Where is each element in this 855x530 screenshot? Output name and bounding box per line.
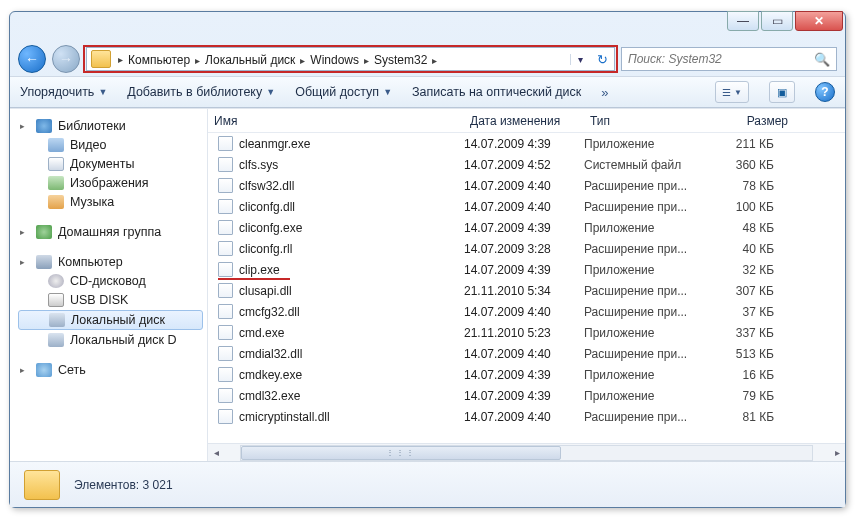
homegroup-node[interactable]: ▸Домашняя группа bbox=[18, 223, 203, 241]
breadcrumb-segment[interactable]: Локальный диск bbox=[203, 53, 297, 67]
horizontal-scrollbar[interactable]: ◂ ⋮⋮⋮ ▸ bbox=[208, 443, 845, 461]
drive-icon bbox=[48, 274, 64, 288]
col-type[interactable]: Тип bbox=[584, 114, 706, 128]
scroll-right-arrow[interactable]: ▸ bbox=[829, 447, 845, 458]
file-row[interactable]: clusapi.dll21.11.2010 5:34Расширение при… bbox=[208, 280, 845, 301]
file-row[interactable]: cliconfg.dll14.07.2009 4:40Расширение пр… bbox=[208, 196, 845, 217]
file-icon bbox=[218, 304, 233, 319]
address-bar[interactable]: ▸ Компьютер▸Локальный диск▸Windows▸Syste… bbox=[86, 47, 615, 71]
file-name: cliconfg.exe bbox=[239, 221, 302, 235]
file-name: clfs.sys bbox=[239, 158, 278, 172]
chevron-right-icon[interactable]: ▸ bbox=[192, 55, 203, 66]
add-to-library-menu[interactable]: Добавить в библиотеку▼ bbox=[127, 85, 275, 99]
file-row[interactable]: clfs.sys14.07.2009 4:52Системный файл360… bbox=[208, 154, 845, 175]
file-row[interactable]: cmdial32.dll14.07.2009 4:40Расширение пр… bbox=[208, 343, 845, 364]
close-button[interactable]: ✕ bbox=[795, 11, 843, 31]
breadcrumb-segment[interactable]: Windows bbox=[308, 53, 361, 67]
search-input[interactable] bbox=[628, 52, 814, 66]
back-button[interactable]: ← bbox=[18, 45, 46, 73]
chevron-right-icon[interactable]: ▸ bbox=[297, 55, 308, 66]
file-icon bbox=[218, 367, 233, 382]
file-icon bbox=[218, 346, 233, 361]
col-name[interactable]: Имя bbox=[208, 114, 464, 128]
file-row[interactable]: cmicryptinstall.dll14.07.2009 4:40Расшир… bbox=[208, 406, 845, 427]
sidebar-drive-item[interactable]: Локальный диск bbox=[18, 310, 203, 330]
sidebar-drive-item[interactable]: Локальный диск D bbox=[18, 331, 203, 349]
overflow-chevron[interactable]: » bbox=[601, 85, 608, 100]
column-headers: Имя Дата изменения Тип Размер bbox=[208, 109, 845, 133]
file-row[interactable]: cmdl32.exe14.07.2009 4:39Приложение79 КБ bbox=[208, 385, 845, 406]
libraries-node[interactable]: ▸Библиотеки bbox=[18, 117, 203, 135]
col-size[interactable]: Размер bbox=[706, 114, 794, 128]
file-type: Расширение при... bbox=[584, 284, 706, 298]
file-name: clip.exe bbox=[239, 263, 280, 277]
command-bar: Упорядочить▼ Добавить в библиотеку▼ Общи… bbox=[10, 76, 845, 108]
file-row[interactable]: clfsw32.dll14.07.2009 4:40Расширение при… bbox=[208, 175, 845, 196]
status-label: Элементов: bbox=[74, 478, 139, 492]
file-icon bbox=[218, 262, 233, 277]
homegroup-icon bbox=[36, 225, 52, 239]
file-date: 14.07.2009 4:39 bbox=[464, 389, 584, 403]
chevron-right-icon[interactable]: ▸ bbox=[115, 54, 126, 65]
file-size: 48 КБ bbox=[706, 221, 794, 235]
sidebar-item[interactable]: Видео bbox=[18, 136, 203, 154]
file-size: 513 КБ bbox=[706, 347, 794, 361]
scroll-left-arrow[interactable]: ◂ bbox=[208, 447, 224, 458]
preview-pane-button[interactable]: ▣ bbox=[769, 81, 795, 103]
breadcrumb-segment[interactable]: Компьютер bbox=[126, 53, 192, 67]
file-name: clfsw32.dll bbox=[239, 179, 294, 193]
file-row[interactable]: cliconfg.exe14.07.2009 4:39Приложение48 … bbox=[208, 217, 845, 238]
refresh-button[interactable]: ↻ bbox=[590, 52, 614, 67]
scroll-thumb[interactable]: ⋮⋮⋮ bbox=[241, 446, 561, 460]
help-button[interactable]: ? bbox=[815, 82, 835, 102]
sidebar-drive-item[interactable]: USB DISK bbox=[18, 291, 203, 309]
network-node[interactable]: ▸Сеть bbox=[18, 361, 203, 379]
file-list-pane: Имя Дата изменения Тип Размер cleanmgr.e… bbox=[208, 109, 845, 461]
computer-node[interactable]: ▸Компьютер bbox=[18, 253, 203, 271]
file-row[interactable]: clip.exe14.07.2009 4:39Приложение32 КБ bbox=[208, 259, 845, 280]
file-date: 14.07.2009 4:39 bbox=[464, 221, 584, 235]
forward-button[interactable]: → bbox=[52, 45, 80, 73]
breadcrumb-segment[interactable]: System32 bbox=[372, 53, 429, 67]
search-box[interactable]: 🔍 bbox=[621, 47, 837, 71]
file-name: clusapi.dll bbox=[239, 284, 292, 298]
file-row[interactable]: cmd.exe21.11.2010 5:23Приложение337 КБ bbox=[208, 322, 845, 343]
file-row[interactable]: cleanmgr.exe14.07.2009 4:39Приложение211… bbox=[208, 133, 845, 154]
chevron-right-icon[interactable]: ▸ bbox=[429, 55, 440, 66]
search-icon[interactable]: 🔍 bbox=[814, 52, 830, 67]
file-date: 14.07.2009 4:40 bbox=[464, 200, 584, 214]
file-type: Приложение bbox=[584, 137, 706, 151]
sidebar-drive-item[interactable]: CD-дисковод bbox=[18, 272, 203, 290]
col-date[interactable]: Дата изменения bbox=[464, 114, 584, 128]
address-dropdown[interactable]: ▾ bbox=[570, 54, 590, 65]
sidebar-item-label: Музыка bbox=[70, 195, 114, 209]
chevron-right-icon[interactable]: ▸ bbox=[361, 55, 372, 66]
file-type: Приложение bbox=[584, 368, 706, 382]
explorer-window: — ▭ ✕ ← → ▸ Компьютер▸Локальный диск▸Win… bbox=[9, 11, 846, 508]
sidebar-item-label: Изображения bbox=[70, 176, 149, 190]
burn-button[interactable]: Записать на оптический диск bbox=[412, 85, 581, 99]
file-date: 14.07.2009 4:52 bbox=[464, 158, 584, 172]
file-row[interactable]: cmdkey.exe14.07.2009 4:39Приложение16 КБ bbox=[208, 364, 845, 385]
file-row[interactable]: cliconfg.rll14.07.2009 3:28Расширение пр… bbox=[208, 238, 845, 259]
file-size: 78 КБ bbox=[706, 179, 794, 193]
minimize-button[interactable]: — bbox=[727, 11, 759, 31]
file-size: 100 КБ bbox=[706, 200, 794, 214]
file-icon bbox=[218, 409, 233, 424]
file-size: 16 КБ bbox=[706, 368, 794, 382]
organize-menu[interactable]: Упорядочить▼ bbox=[20, 85, 107, 99]
sidebar-item[interactable]: Документы bbox=[18, 155, 203, 173]
sidebar-item[interactable]: Изображения bbox=[18, 174, 203, 192]
share-menu[interactable]: Общий доступ▼ bbox=[295, 85, 392, 99]
file-name: cmicryptinstall.dll bbox=[239, 410, 330, 424]
view-mode-button[interactable]: ☰ ▼ bbox=[715, 81, 749, 103]
library-icon bbox=[48, 138, 64, 152]
item-count: 3 021 bbox=[143, 478, 173, 492]
file-date: 14.07.2009 4:40 bbox=[464, 347, 584, 361]
maximize-button[interactable]: ▭ bbox=[761, 11, 793, 31]
sidebar-item[interactable]: Музыка bbox=[18, 193, 203, 211]
file-name: cmdl32.exe bbox=[239, 389, 300, 403]
file-date: 14.07.2009 4:40 bbox=[464, 179, 584, 193]
sidebar-item-label: Локальный диск bbox=[71, 313, 165, 327]
file-row[interactable]: cmcfg32.dll14.07.2009 4:40Расширение при… bbox=[208, 301, 845, 322]
